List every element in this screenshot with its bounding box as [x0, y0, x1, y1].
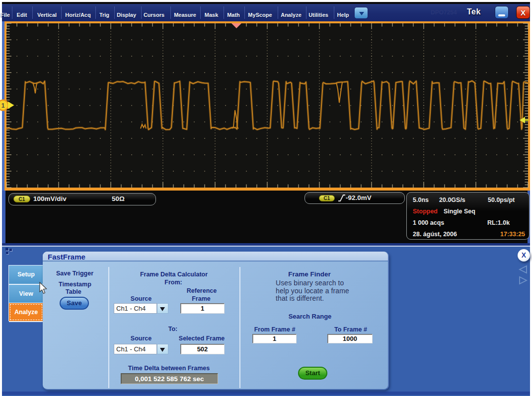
svg-text:1: 1	[1, 102, 5, 109]
